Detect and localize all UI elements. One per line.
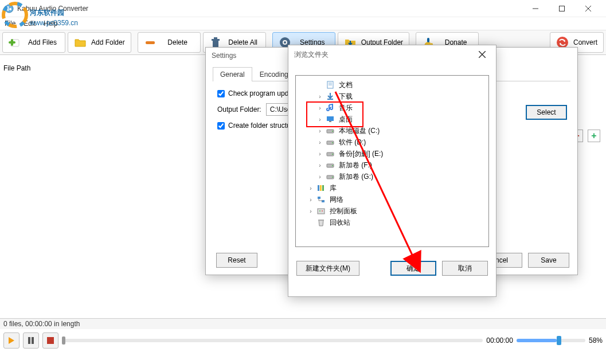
expand-icon[interactable]: › — [307, 208, 314, 214]
tree-node[interactable]: ›控制面板 — [298, 205, 486, 217]
svg-point-44 — [319, 210, 320, 212]
volume-percent: 58% — [589, 336, 603, 345]
ok-button[interactable]: 确定 — [390, 261, 436, 276]
svg-rect-18 — [32, 337, 34, 344]
tree-node[interactable]: ›新加卷 (F:) — [298, 159, 486, 171]
svg-rect-15 — [427, 38, 429, 42]
seek-slider[interactable] — [62, 339, 483, 342]
svg-rect-9 — [213, 40, 218, 47]
tree-node[interactable]: ›网络 — [298, 194, 486, 205]
footer-bar — [0, 352, 606, 363]
tree-node-label: 网络 — [328, 194, 345, 205]
tree-node[interactable]: 回收站 — [298, 217, 486, 228]
app-icon — [5, 4, 14, 13]
expand-icon[interactable]: › — [316, 93, 323, 100]
expand-icon[interactable]: › — [316, 105, 323, 111]
expand-icon[interactable]: › — [316, 116, 323, 123]
svg-rect-26 — [327, 116, 334, 121]
svg-point-33 — [332, 154, 333, 155]
add-files-button[interactable]: Add Files — [2, 32, 65, 53]
tab-general[interactable]: General — [213, 67, 252, 81]
drive-icon — [326, 161, 335, 170]
svg-rect-40 — [322, 185, 324, 191]
drive-icon — [326, 149, 335, 158]
svg-point-29 — [332, 131, 333, 132]
stop-button[interactable] — [42, 332, 58, 349]
tree-node[interactable]: ›下载 — [298, 91, 486, 102]
svg-rect-4 — [560, 6, 565, 11]
tree-node[interactable]: ›库 — [298, 182, 486, 194]
delete-button[interactable]: Delete — [138, 32, 201, 53]
delete-icon — [144, 36, 157, 49]
lib-icon — [316, 183, 326, 193]
browse-close-button[interactable] — [474, 46, 490, 62]
tree-node[interactable]: ›桌面 — [298, 113, 486, 125]
bin-icon — [316, 218, 326, 227]
window-titlebar: Kabuu Audio Converter — [0, 0, 606, 17]
volume-slider[interactable] — [517, 339, 585, 342]
add-files-label: Add Files — [26, 38, 59, 46]
tree-node-label: 回收站 — [328, 217, 352, 228]
expand-icon[interactable]: › — [307, 185, 314, 191]
drive-icon — [326, 126, 335, 135]
menu-help[interactable]: Help — [44, 19, 58, 28]
delete-label: Delete — [161, 38, 194, 46]
tree-node[interactable]: ›软件 (D:) — [298, 136, 486, 148]
svg-point-16 — [557, 37, 568, 48]
check-updates-input[interactable] — [217, 90, 225, 97]
tree-node-label: 控制面板 — [328, 206, 359, 217]
svg-rect-41 — [318, 197, 320, 199]
select-button[interactable]: Select — [526, 105, 567, 120]
tree-node-label: 音乐 — [337, 103, 354, 113]
tree-node[interactable]: 文档 — [298, 79, 486, 91]
status-bar: 0 files, 00:00:00 in length — [0, 319, 606, 329]
svg-rect-10 — [212, 39, 220, 41]
column-header-filepath[interactable]: File Path — [3, 64, 30, 72]
new-folder-button[interactable]: 新建文件夹(M) — [296, 261, 359, 276]
minimize-button[interactable] — [522, 0, 549, 17]
tree-node-label: 软件 (D:) — [337, 137, 367, 148]
expand-icon[interactable]: › — [307, 197, 314, 203]
expand-icon[interactable]: › — [316, 162, 323, 169]
menu-file[interactable]: File — [5, 19, 15, 28]
svg-rect-8 — [146, 41, 155, 44]
cpl-icon — [316, 206, 326, 216]
pause-button[interactable] — [23, 332, 39, 349]
reset-button[interactable]: Reset — [216, 253, 257, 268]
expand-icon[interactable]: › — [316, 174, 323, 180]
download-icon — [326, 92, 335, 101]
convert-label: Convert — [573, 38, 597, 46]
svg-rect-11 — [214, 37, 217, 39]
maximize-button[interactable] — [549, 0, 575, 17]
player-bar: 00:00:00 58% — [0, 329, 606, 352]
add-files-icon — [9, 36, 21, 49]
svg-point-0 — [5, 5, 13, 13]
expand-icon[interactable]: › — [316, 151, 323, 157]
drive-icon — [326, 138, 335, 147]
play-button[interactable] — [3, 332, 19, 349]
add-folder-label: Add Folder — [91, 38, 125, 46]
add-folder-icon — [74, 36, 87, 49]
tree-node[interactable]: ›音乐 — [298, 102, 486, 113]
add-folder-button[interactable]: Add Folder — [68, 32, 131, 53]
svg-point-37 — [332, 177, 333, 178]
expand-icon[interactable]: › — [316, 128, 323, 134]
add-format-button[interactable]: + — [588, 130, 600, 142]
tree-node[interactable]: ›本地磁盘 (C:) — [298, 125, 486, 136]
tree-node-label: 本地磁盘 (C:) — [337, 126, 381, 136]
svg-point-14 — [284, 41, 286, 44]
folder-tree[interactable]: 文档›下载›音乐›桌面›本地磁盘 (C:)›软件 (D:)›备份[勿删] (E:… — [295, 75, 489, 247]
tree-node[interactable]: ›新加卷 (G:) — [298, 171, 486, 182]
tree-node[interactable]: ›备份[勿删] (E:) — [298, 148, 486, 159]
svg-point-2 — [9, 8, 11, 10]
expand-icon[interactable]: › — [316, 139, 323, 146]
tree-node-label: 新加卷 (G:) — [337, 171, 375, 182]
menu-edit[interactable]: Edit — [24, 19, 36, 28]
desktop-icon — [326, 115, 335, 124]
browse-cancel-button[interactable]: 取消 — [442, 261, 488, 276]
svg-rect-1 — [7, 6, 9, 11]
close-button[interactable] — [575, 0, 601, 17]
save-button[interactable]: Save — [528, 253, 569, 268]
create-structure-input[interactable] — [217, 122, 225, 130]
window-title: Kabuu Audio Converter — [5, 5, 522, 13]
